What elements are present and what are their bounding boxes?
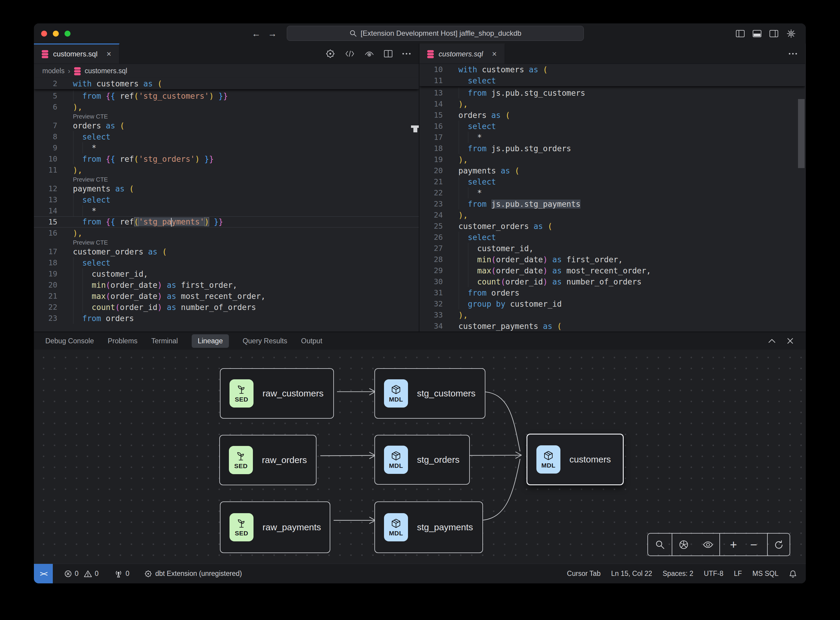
split-editor-icon[interactable] — [384, 50, 393, 58]
code-line[interactable]: 34customer_payments as ( — [419, 321, 805, 332]
code-line[interactable]: 27 customer_id, — [419, 243, 805, 254]
code-line[interactable]: 7orders as ( — [34, 120, 419, 131]
tab-customers-sql-preview[interactable]: customers.sql × — [419, 44, 505, 64]
lineage-node-raw_payments[interactable]: SEDraw_payments — [220, 501, 330, 553]
search-icon[interactable] — [655, 540, 665, 550]
zoom-in-icon[interactable]: + — [730, 539, 737, 551]
scrollbar-thumb[interactable] — [798, 99, 805, 168]
more-actions-icon[interactable] — [788, 53, 797, 55]
minimize-window-button[interactable] — [53, 31, 59, 37]
panel-tab-query-results[interactable]: Query Results — [243, 337, 287, 345]
close-window-button[interactable] — [41, 31, 47, 37]
status-item-ln-15-col-22[interactable]: Ln 15, Col 22 — [611, 570, 652, 578]
more-actions-icon[interactable] — [402, 53, 411, 55]
dbt-icon[interactable] — [325, 49, 335, 59]
status-item-lf[interactable]: LF — [734, 570, 742, 578]
code-line[interactable]: 29 max(order_date) as most_recent_order, — [419, 265, 805, 276]
close-panel-icon[interactable] — [787, 337, 794, 345]
breadcrumb-file[interactable]: customers.sql — [84, 67, 127, 75]
tab-close-icon[interactable]: × — [107, 50, 111, 59]
lineage-node-stg_payments[interactable]: MDLstg_payments — [374, 501, 483, 553]
remote-indicator[interactable]: >< — [34, 564, 53, 583]
history-back-button[interactable]: ← — [252, 29, 261, 39]
code-line[interactable]: 10 from {{ ref('stg_orders') }} — [34, 153, 419, 164]
command-center-search[interactable]: [Extension Development Host] jaffle_shop… — [287, 26, 584, 41]
refresh-icon[interactable] — [774, 540, 784, 550]
code-line[interactable]: 21 select — [419, 176, 805, 187]
code-line[interactable]: 20payments as ( — [419, 165, 805, 176]
tab-customers-sql[interactable]: customers.sql × — [34, 44, 119, 64]
code-line[interactable]: 16), — [34, 227, 419, 239]
code-line-current[interactable]: 15 from {{ ref('stg_payments') }} — [34, 217, 419, 227]
code-line[interactable]: 22 count(order_id) as number_of_orders — [34, 302, 419, 313]
codelens-preview-cte[interactable]: Preview CTE — [34, 113, 419, 120]
panel-tab-debug-console[interactable]: Debug Console — [45, 337, 94, 345]
panel-tab-terminal[interactable]: Terminal — [151, 337, 178, 345]
code-line[interactable]: 14 * — [34, 205, 419, 217]
lineage-node-raw_orders[interactable]: SEDraw_orders — [219, 435, 317, 485]
code-line[interactable]: 12payments as ( — [34, 183, 419, 194]
status-item-spaces-2[interactable]: Spaces: 2 — [663, 570, 693, 578]
code-line[interactable]: 5 from {{ ref('stg_customers') }} — [34, 90, 419, 101]
toggle-sidebar-left-icon[interactable] — [736, 30, 745, 37]
inline-code-icon[interactable] — [345, 50, 355, 58]
toggle-panel-icon[interactable] — [753, 30, 761, 37]
code-line[interactable]: 31 from orders — [419, 287, 805, 298]
code-editor-jinja-sql[interactable]: 2with customers as (5 from {{ ref('stg_c… — [34, 78, 419, 324]
code-line[interactable]: 21 max(order_date) as most_recent_order, — [34, 290, 419, 302]
lineage-node-stg_orders[interactable]: MDLstg_orders — [374, 435, 470, 485]
code-line[interactable]: 10with customers as ( — [419, 64, 805, 75]
code-line[interactable]: 6), — [34, 101, 419, 113]
lineage-node-customers[interactable]: MDLcustomers — [526, 433, 624, 485]
open-preview-icon[interactable] — [364, 50, 374, 58]
history-forward-button[interactable]: → — [268, 29, 277, 39]
lineage-canvas[interactable]: SEDraw_customersMDLstg_customersSEDraw_o… — [34, 350, 806, 564]
codelens-preview-cte[interactable]: Preview CTE — [34, 176, 419, 183]
panel-tab-output[interactable]: Output — [301, 337, 323, 345]
status-item-cursor-tab[interactable]: Cursor Tab — [567, 570, 601, 578]
code-line[interactable]: 11 select — [419, 75, 805, 86]
code-line[interactable]: 17 * — [419, 132, 805, 143]
sticky-scroll[interactable]: 2with customers as ( — [34, 78, 419, 89]
chevron-up-icon[interactable] — [768, 339, 776, 343]
code-line[interactable]: 2with customers as ( — [34, 78, 419, 89]
sticky-scroll[interactable]: 10with customers as (11 select — [419, 64, 805, 86]
code-line[interactable]: 23 from orders — [34, 313, 419, 324]
eye-icon[interactable] — [702, 540, 714, 549]
code-line[interactable]: 20 min(order_date) as first_order, — [34, 279, 419, 290]
code-line[interactable]: 8 select — [34, 131, 419, 142]
code-line[interactable]: 18 select — [34, 257, 419, 268]
code-line[interactable]: 22 * — [419, 187, 805, 199]
code-line[interactable]: 25customer_orders as ( — [419, 221, 805, 232]
code-line[interactable]: 28 min(order_date) as first_order, — [419, 254, 805, 265]
bell-icon[interactable] — [789, 570, 797, 578]
settings-gear-icon[interactable] — [786, 29, 796, 38]
code-line[interactable]: 14), — [419, 98, 805, 110]
code-line[interactable]: 16 select — [419, 120, 805, 132]
code-line[interactable]: 33), — [419, 309, 805, 321]
tab-close-icon[interactable]: × — [492, 50, 497, 59]
zoom-window-button[interactable] — [65, 31, 71, 37]
breadcrumb[interactable]: models › customers.sql — [34, 64, 419, 78]
status-item-ms-sql[interactable]: MS SQL — [753, 570, 778, 578]
code-line[interactable]: 15orders as ( — [419, 110, 805, 120]
ports-status[interactable]: 0 — [114, 570, 129, 578]
panel-tab-lineage[interactable]: Lineage — [192, 334, 229, 348]
codelens-preview-cte[interactable]: Preview CTE — [34, 239, 419, 246]
code-editor-compiled-sql[interactable]: 10with customers as (11 select13 from js… — [419, 64, 805, 332]
code-line[interactable]: 32 group by customer_id — [419, 298, 805, 309]
lineage-node-stg_customers[interactable]: MDLstg_customers — [374, 368, 485, 418]
code-line[interactable]: 18 from js.pub.stg_orders — [419, 143, 805, 154]
code-line[interactable]: 19 customer_id, — [34, 268, 419, 279]
code-line[interactable]: 19), — [419, 154, 805, 165]
breadcrumb-folder[interactable]: models — [42, 67, 65, 75]
panel-tab-problems[interactable]: Problems — [108, 337, 137, 345]
code-line[interactable]: 26 select — [419, 232, 805, 243]
lineage-node-raw_customers[interactable]: SEDraw_customers — [220, 368, 334, 418]
code-line[interactable]: 11), — [34, 164, 419, 176]
code-line[interactable]: 17customer_orders as ( — [34, 246, 419, 257]
code-line[interactable]: 23 from js.pub.stg_payments — [419, 199, 805, 209]
code-line[interactable]: 24), — [419, 209, 805, 221]
code-line[interactable]: 13 from js.pub.stg_customers — [419, 87, 805, 98]
code-line[interactable]: 9 * — [34, 142, 419, 153]
